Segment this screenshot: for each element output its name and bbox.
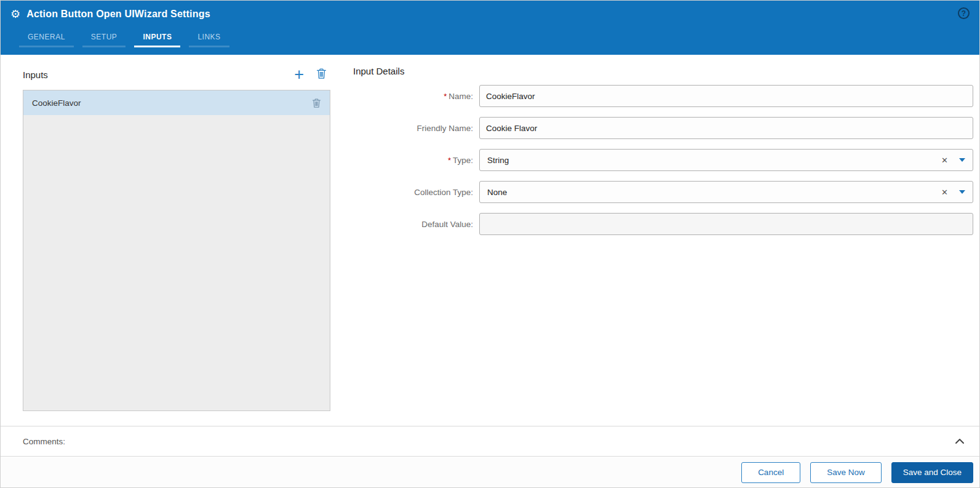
- help-icon[interactable]: ?: [958, 7, 970, 19]
- input-details-title: Input Details: [353, 66, 973, 76]
- inputs-panel-header: Inputs +: [23, 66, 330, 83]
- dialog-footer: Cancel Save Now Save and Close: [1, 457, 979, 487]
- label-text: Default Value:: [421, 220, 473, 229]
- required-asterisk: *: [444, 92, 447, 101]
- trash-icon: [316, 68, 327, 79]
- friendly-name-input[interactable]: [479, 117, 973, 139]
- label-text: Collection Type:: [414, 188, 473, 197]
- list-item-label: CookieFlavor: [32, 98, 312, 108]
- delete-input-button[interactable]: [316, 68, 327, 82]
- chevron-up-icon[interactable]: [952, 436, 967, 447]
- inputs-list: CookieFlavor: [23, 90, 330, 411]
- add-input-button[interactable]: +: [294, 68, 304, 81]
- required-asterisk: *: [448, 156, 451, 165]
- default-value-label: Default Value:: [343, 220, 479, 229]
- list-item[interactable]: CookieFlavor: [23, 90, 330, 115]
- label-text: Friendly Name:: [416, 124, 473, 133]
- field-row-name: *Name:: [343, 85, 973, 107]
- label-text: Name:: [448, 92, 473, 101]
- settings-dialog: ⚙ Action Button Open UIWizard Settings ?…: [0, 0, 980, 488]
- dialog-title: Action Button Open UIWizard Settings: [26, 9, 210, 20]
- dialog-header: ⚙ Action Button Open UIWizard Settings ?…: [1, 1, 979, 55]
- collection-type-label: Collection Type:: [343, 188, 479, 197]
- label-text: Type:: [453, 156, 473, 165]
- collection-type-select-value: None: [487, 188, 941, 197]
- name-input[interactable]: [479, 85, 973, 107]
- save-now-button[interactable]: Save Now: [810, 462, 882, 483]
- comments-bar: Comments:: [1, 426, 979, 457]
- collection-type-select[interactable]: None ✕: [479, 181, 973, 203]
- inputs-panel-title: Inputs: [23, 70, 294, 80]
- clear-icon[interactable]: ✕: [941, 156, 948, 165]
- name-label: *Name:: [343, 92, 479, 101]
- field-row-default-value: Default Value:: [343, 213, 973, 235]
- gear-icon: ⚙: [10, 9, 20, 20]
- trash-icon: [312, 98, 321, 108]
- field-row-collection-type: Collection Type: None ✕: [343, 181, 973, 203]
- tab-links[interactable]: LINKS: [189, 30, 229, 47]
- clear-icon[interactable]: ✕: [941, 188, 948, 197]
- cancel-button[interactable]: Cancel: [741, 462, 800, 483]
- delete-item-button[interactable]: [312, 98, 321, 108]
- field-row-type: *Type: String ✕: [343, 149, 973, 171]
- save-and-close-button[interactable]: Save and Close: [891, 462, 973, 483]
- chevron-down-icon[interactable]: [959, 158, 965, 162]
- type-label: *Type:: [343, 156, 479, 165]
- chevron-down-icon[interactable]: [959, 190, 965, 194]
- default-value-input[interactable]: [479, 213, 973, 235]
- comments-label: Comments:: [23, 437, 952, 446]
- header-title-row: ⚙ Action Button Open UIWizard Settings: [1, 1, 979, 28]
- tab-inputs[interactable]: INPUTS: [134, 30, 180, 47]
- input-details-panel: Input Details *Name: Friendly Name: *Typ…: [343, 66, 973, 245]
- tab-bar: GENERAL SETUP INPUTS LINKS: [19, 30, 979, 47]
- friendly-name-label: Friendly Name:: [343, 124, 479, 133]
- tab-general[interactable]: GENERAL: [19, 30, 74, 47]
- type-select[interactable]: String ✕: [479, 149, 973, 171]
- tab-setup[interactable]: SETUP: [82, 30, 126, 47]
- type-select-value: String: [487, 156, 941, 165]
- field-row-friendly-name: Friendly Name:: [343, 117, 973, 139]
- inputs-panel: Inputs + CookieFlavor: [23, 66, 330, 411]
- input-details-form: *Name: Friendly Name: *Type: String ✕: [343, 85, 973, 235]
